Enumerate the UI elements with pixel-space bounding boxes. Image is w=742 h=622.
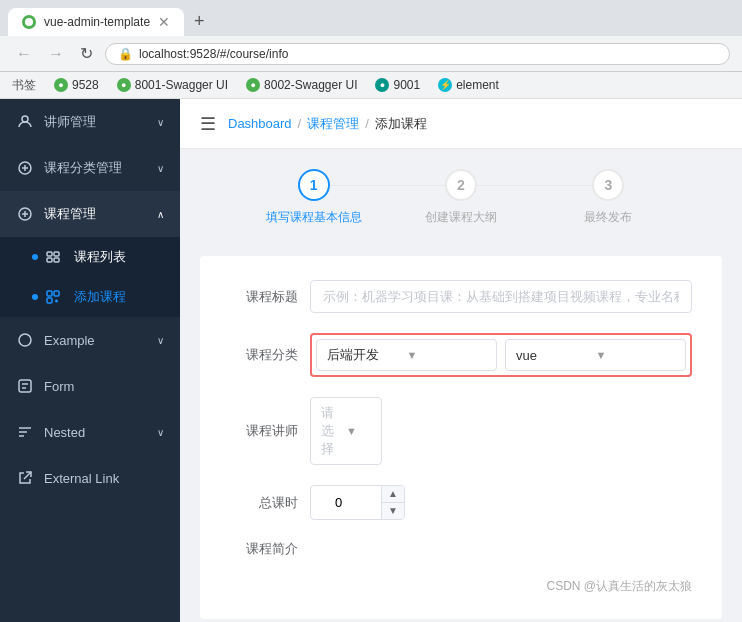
sidebar-arrow-course: ∧ (157, 209, 164, 220)
bookmark-8002-label: 8002-Swagger UI (264, 78, 357, 92)
category-second-select[interactable]: vue ▼ (505, 339, 686, 371)
svg-point-0 (25, 18, 33, 26)
category-management-icon (16, 159, 34, 177)
main-content: 1 填写课程基本信息 2 创建课程大纲 3 最终发布 (180, 149, 742, 622)
bookmark-8002[interactable]: ● 8002-Swagger UI (242, 76, 361, 94)
new-tab-button[interactable]: + (184, 6, 215, 36)
sidebar-sub-course: 课程列表 添加课程 (0, 237, 180, 317)
course-management-icon (16, 205, 34, 223)
form-label-teacher: 课程讲师 (230, 422, 310, 440)
sidebar-label-nested: Nested (44, 425, 147, 440)
sidebar-item-external[interactable]: External Link (0, 455, 180, 501)
sidebar-label-teacher: 讲师管理 (44, 113, 147, 131)
form-row-lessons: 总课时 ▲ ▼ (230, 485, 692, 520)
category-first-select[interactable]: 后端开发 ▼ (316, 339, 497, 371)
form-control-title (310, 280, 692, 313)
breadcrumb-sep-2: / (365, 116, 369, 131)
reload-button[interactable]: ↻ (76, 42, 97, 65)
bookmark-9001[interactable]: ● 9001 (371, 76, 424, 94)
svg-point-1 (22, 116, 28, 122)
breadcrumb-current: 添加课程 (375, 115, 427, 133)
page-header: ☰ Dashboard / 课程管理 / 添加课程 (180, 99, 742, 149)
sidebar-item-add-course[interactable]: 添加课程 (0, 277, 180, 317)
svg-rect-12 (19, 380, 31, 392)
bookmark-8002-icon: ● (246, 78, 260, 92)
sidebar-item-course[interactable]: 课程管理 ∧ (0, 191, 180, 237)
example-icon (16, 331, 34, 349)
lessons-decrement-button[interactable]: ▼ (382, 503, 404, 519)
sidebar-label-form: Form (44, 379, 164, 394)
address-bar[interactable]: 🔒 localhost:9528/#/course/info (105, 43, 730, 65)
form-icon (16, 377, 34, 395)
svg-rect-8 (47, 291, 52, 296)
menu-toggle-button[interactable]: ☰ (200, 113, 216, 135)
step-1-circle: 1 (298, 169, 330, 201)
back-button[interactable]: ← (12, 43, 36, 65)
sidebar-item-teacher[interactable]: 讲师管理 ∨ (0, 99, 180, 145)
tab-bar: vue-admin-template ✕ + (0, 0, 742, 36)
sidebar-item-form[interactable]: Form (0, 363, 180, 409)
sidebar-arrow-teacher: ∨ (157, 117, 164, 128)
tab-label: vue-admin-template (44, 15, 150, 29)
bookmark-element[interactable]: ⚡ element (434, 76, 503, 94)
form-row-teacher: 课程讲师 请选择 ▼ (230, 397, 692, 465)
lessons-input[interactable] (311, 489, 381, 516)
category-select-wrap: 后端开发 ▼ vue ▼ (310, 333, 692, 377)
form-row-intro: 课程简介 (230, 540, 692, 558)
step-2-label: 创建课程大纲 (425, 209, 497, 226)
form-label-title: 课程标题 (230, 288, 310, 306)
form-section: 课程标题 课程分类 后端开发 ▼ vue (200, 256, 722, 619)
bookmark-element-label: element (456, 78, 499, 92)
svg-point-11 (19, 334, 31, 346)
nested-icon (16, 423, 34, 441)
sidebar-item-course-list[interactable]: 课程列表 (0, 237, 180, 277)
bookmark-8001[interactable]: ● 8001-Swagger UI (113, 76, 232, 94)
form-row-category: 课程分类 后端开发 ▼ vue ▼ (230, 333, 692, 377)
breadcrumb-home[interactable]: Dashboard (228, 116, 292, 131)
nav-bar: ← → ↻ 🔒 localhost:9528/#/course/info (0, 36, 742, 72)
sidebar-item-nested[interactable]: Nested ∨ (0, 409, 180, 455)
bookmark-9528[interactable]: ● 9528 (50, 76, 103, 94)
bookmark-9528-label: 9528 (72, 78, 99, 92)
svg-rect-4 (47, 252, 52, 256)
sidebar-label-course: 课程管理 (44, 205, 147, 223)
svg-rect-7 (54, 258, 59, 262)
lessons-number-input: ▲ ▼ (310, 485, 405, 520)
step-3: 3 最终发布 (535, 169, 682, 226)
sidebar-arrow-nested: ∨ (157, 427, 164, 438)
browser-chrome: vue-admin-template ✕ + ← → ↻ 🔒 localhost… (0, 0, 742, 99)
external-link-icon (16, 469, 34, 487)
address-url: localhost:9528/#/course/info (139, 47, 288, 61)
sidebar-label-example: Example (44, 333, 147, 348)
watermark: CSDN @认真生活的灰太狼 (230, 578, 692, 595)
steps-container: 1 填写课程基本信息 2 创建课程大纲 3 最终发布 (200, 169, 722, 226)
bookmark-8001-icon: ● (117, 78, 131, 92)
svg-rect-10 (47, 298, 52, 303)
bookmark-9528-icon: ● (54, 78, 68, 92)
sidebar-item-example[interactable]: Example ∨ (0, 317, 180, 363)
lessons-increment-button[interactable]: ▲ (382, 486, 404, 503)
category-first-arrow-icon: ▼ (407, 349, 487, 361)
bookmarks-bar: 书签 ● 9528 ● 8001-Swagger UI ● 8002-Swagg… (0, 72, 742, 99)
tab-close-button[interactable]: ✕ (158, 14, 170, 30)
sidebar-item-category[interactable]: 课程分类管理 ∨ (0, 145, 180, 191)
bookmark-9001-label: 9001 (393, 78, 420, 92)
bookmarks-label: 书签 (12, 77, 36, 94)
app: 讲师管理 ∨ 课程分类管理 ∨ 课程管理 ∧ 课程列表 (0, 99, 742, 622)
bookmark-9001-icon: ● (375, 78, 389, 92)
forward-button[interactable]: → (44, 43, 68, 65)
sidebar-label-external: External Link (44, 471, 164, 486)
step-1-label: 填写课程基本信息 (266, 209, 362, 226)
form-label-intro: 课程简介 (230, 540, 310, 558)
form-label-category: 课程分类 (230, 346, 310, 364)
breadcrumb-section[interactable]: 课程管理 (307, 115, 359, 133)
course-title-input[interactable] (310, 280, 692, 313)
add-course-icon (44, 288, 62, 306)
address-lock-icon: 🔒 (118, 47, 133, 61)
teacher-select[interactable]: 请选择 ▼ (310, 397, 382, 465)
sidebar-label-course-list: 课程列表 (66, 248, 164, 266)
course-list-icon (44, 248, 62, 266)
svg-rect-6 (47, 258, 52, 262)
breadcrumb: Dashboard / 课程管理 / 添加课程 (228, 115, 427, 133)
active-tab[interactable]: vue-admin-template ✕ (8, 8, 184, 36)
